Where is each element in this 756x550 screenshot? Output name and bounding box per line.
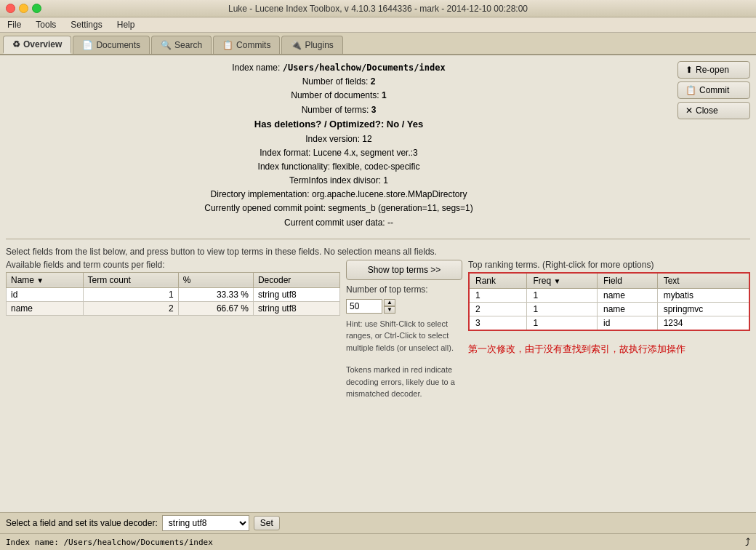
top-term-text-1: mybatis: [657, 288, 749, 302]
col-field[interactable]: Field: [598, 273, 658, 289]
decoder-row-label: Select a field and set its value decoder…: [6, 518, 158, 528]
top-term-field-1: name: [598, 288, 658, 302]
top-terms-table: Rank Freq ▼ Field Text: [468, 272, 750, 331]
search-icon: 🔍: [161, 40, 172, 50]
top-term-row[interactable]: 3 1 id 1234: [469, 316, 749, 330]
divider: [6, 239, 750, 239]
num-top-terms-label: Number of top terms:: [346, 284, 462, 295]
tab-bar: ♻ Overview 📄 Documents 🔍 Search 📋 Commit…: [0, 33, 756, 55]
tab-overview[interactable]: ♻ Overview: [3, 36, 71, 54]
tab-documents[interactable]: 📄 Documents: [73, 36, 150, 54]
body-section: Select fields from the list below, and p…: [0, 242, 756, 512]
spinner-up[interactable]: ▲: [384, 299, 395, 306]
documents-icon: 📄: [82, 40, 93, 50]
top-ranking-label: Top ranking terms. (Right-click for more…: [468, 260, 750, 270]
table-row[interactable]: name 2 66.67 % string utf8: [7, 301, 340, 315]
top-term-row[interactable]: 2 1 name springmvc: [469, 302, 749, 316]
menu-file[interactable]: File: [4, 19, 24, 31]
top-term-rank-3: 3: [469, 316, 527, 330]
title-bar: Luke - Lucene Index Toolbox, v 4.10.3 16…: [0, 0, 756, 17]
commit-user-label: Current commit user data:: [284, 218, 385, 228]
index-functionality-label: Index functionality:: [258, 162, 330, 172]
left-panel: Available fields and term counts per fie…: [6, 260, 340, 508]
num-fields-label: Number of fields:: [302, 76, 369, 87]
index-functionality-value: flexible, codec-specific: [332, 162, 419, 172]
decoder-select[interactable]: string utf8: [162, 515, 249, 531]
spinner-down[interactable]: ▼: [384, 306, 395, 314]
directory-impl-label: Directory implementation:: [211, 189, 310, 199]
status-index-label: Index name: /Users/healchow/Documents/in…: [6, 538, 213, 547]
index-name-value: /Users/healchow/Documents/index: [283, 63, 446, 73]
col-freq[interactable]: Freq ▼: [527, 273, 598, 289]
window-controls: [6, 4, 41, 13]
term-infos-label: TermInfos index divisor:: [289, 175, 381, 186]
spinner-arrows: ▲ ▼: [384, 299, 395, 314]
show-top-terms-button[interactable]: Show top terms >>: [346, 260, 462, 280]
top-term-row[interactable]: 1 1 name mybatis: [469, 288, 749, 302]
main-content: Index name: /Users/healchow/Documents/in…: [0, 55, 756, 550]
status-icon: ⤴: [745, 536, 750, 548]
tab-search[interactable]: 🔍 Search: [151, 36, 212, 54]
index-format-label: Index format:: [260, 148, 310, 158]
top-term-rank-2: 2: [469, 302, 527, 316]
spinner-box: ▲ ▼: [346, 299, 462, 314]
hint-text-red: Tokens marked in red indicate decoding e…: [346, 364, 462, 400]
index-version-label: Index version:: [305, 134, 360, 144]
index-info: Index name: /Users/healchow/Documents/in…: [6, 61, 672, 230]
top-section: Index name: /Users/healchow/Documents/in…: [0, 55, 756, 236]
num-docs-label: Number of documents:: [291, 90, 379, 100]
available-fields-label: Available fields and term counts per fie…: [6, 260, 340, 270]
menu-tools[interactable]: Tools: [33, 19, 59, 31]
top-term-text-3: 1234: [657, 316, 749, 330]
reopen-button[interactable]: ⬆ Re-open: [677, 61, 750, 79]
name-sort-icon: ▼: [36, 276, 44, 284]
col-text[interactable]: Text: [657, 273, 749, 289]
has-deletions-value: No / Yes: [387, 119, 423, 129]
top-term-field-2: name: [598, 302, 658, 316]
num-top-terms-input[interactable]: [346, 299, 382, 314]
col-term-count[interactable]: Term count: [83, 272, 178, 287]
overview-icon: ♻: [12, 39, 20, 49]
decoder-row: Select a field and set its value decoder…: [0, 512, 756, 533]
menu-help[interactable]: Help: [114, 19, 138, 31]
maximize-window-btn[interactable]: [32, 4, 41, 13]
field-decoder-name: string utf8: [253, 301, 339, 315]
top-term-freq-1: 1: [527, 288, 598, 302]
tab-plugins[interactable]: 🔌 Plugins: [281, 36, 342, 54]
field-decoder-id: string utf8: [253, 287, 339, 301]
menu-bar: File Tools Settings Help: [0, 17, 756, 33]
set-decoder-button[interactable]: Set: [254, 516, 280, 530]
commit-point-value: segments_b (generation=11, segs=1): [328, 203, 472, 213]
table-row[interactable]: id 1 33.33 % string utf8: [7, 287, 340, 301]
num-terms-label: Number of terms:: [302, 105, 369, 115]
close-button[interactable]: ✕ Close: [677, 102, 750, 119]
commit-point-label: Currently opened commit point:: [204, 203, 326, 213]
middle-panel: Show top terms >> Number of top terms: ▲…: [346, 260, 462, 508]
freq-sort-icon: ▼: [554, 277, 561, 285]
window-title: Luke - Lucene Index Toolbox, v 4.10.3 16…: [228, 4, 528, 14]
num-fields-value: 2: [371, 76, 376, 87]
commit-button[interactable]: 📋 Commit: [677, 81, 750, 99]
tab-commits[interactable]: 📋 Commits: [213, 36, 280, 54]
num-terms-value: 3: [371, 105, 377, 115]
minimize-window-btn[interactable]: [19, 4, 28, 13]
right-panel: Top ranking terms. (Right-click for more…: [468, 260, 750, 508]
status-bar: Index name: /Users/healchow/Documents/in…: [0, 533, 756, 550]
close-window-btn[interactable]: [6, 4, 15, 13]
action-buttons: ⬆ Re-open 📋 Commit ✕ Close: [677, 61, 750, 230]
two-panel: Available fields and term counts per fie…: [6, 260, 750, 508]
field-term-count-name: 2: [83, 301, 178, 315]
field-name-id: id: [7, 287, 84, 301]
col-percent[interactable]: %: [178, 272, 253, 287]
select-hint: Select fields from the list below, and p…: [6, 247, 750, 257]
field-name-name: name: [7, 301, 84, 315]
field-term-count-id: 1: [83, 287, 178, 301]
col-decoder[interactable]: Decoder: [253, 272, 339, 287]
term-infos-value: 1: [383, 175, 388, 186]
plugins-icon: 🔌: [291, 40, 302, 50]
top-term-rank-1: 1: [469, 288, 527, 302]
col-name[interactable]: Name ▼: [7, 272, 84, 287]
menu-settings[interactable]: Settings: [68, 19, 105, 31]
index-version-value: 12: [362, 134, 371, 144]
col-rank[interactable]: Rank: [469, 273, 527, 289]
